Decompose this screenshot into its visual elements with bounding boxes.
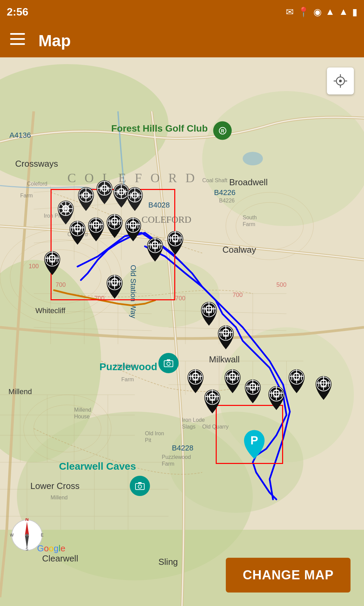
wifi-icon: ▲ — [326, 6, 335, 17]
mine-pin-11 — [163, 228, 187, 256]
svg-text:700: 700 — [233, 292, 243, 298]
svg-text:Slags: Slags — [182, 424, 195, 430]
svg-text:Farm: Farm — [162, 461, 174, 467]
svg-text:500: 500 — [276, 281, 286, 288]
golf-poi-icon: R — [213, 121, 232, 140]
status-time: 2:56 — [7, 6, 28, 18]
svg-rect-2 — [10, 43, 25, 45]
svg-point-91 — [167, 362, 170, 365]
svg-text:700: 700 — [175, 295, 185, 302]
mine-pin-21 — [285, 366, 308, 395]
mine-pin-13 — [103, 272, 126, 300]
svg-text:Farm: Farm — [20, 193, 33, 198]
mine-pin-12 — [40, 248, 64, 277]
svg-point-19 — [243, 152, 263, 165]
mine-pin-22 — [312, 373, 335, 402]
mine-pin-5 — [123, 184, 147, 213]
svg-rect-0 — [10, 33, 25, 35]
svg-text:Puzzlewood: Puzzlewood — [162, 454, 191, 460]
svg-text:House: House — [74, 414, 90, 419]
google-logo: Google — [37, 543, 65, 554]
svg-text:Coal Shaft: Coal Shaft — [202, 177, 228, 183]
svg-text:Coleford: Coleford — [27, 181, 47, 187]
svg-point-94 — [138, 485, 142, 488]
gps-locate-button[interactable] — [327, 67, 354, 94]
svg-text:P: P — [250, 434, 258, 447]
svg-text:E: E — [41, 533, 43, 538]
svg-text:Farm: Farm — [243, 221, 255, 227]
camera-poi-puzzlewood — [158, 353, 179, 373]
svg-text:Millend: Millend — [51, 495, 68, 500]
camera-poi-clearwell — [130, 476, 150, 496]
svg-text:B4226: B4226 — [219, 198, 235, 203]
svg-text:S: S — [26, 547, 28, 552]
svg-text:W: W — [10, 533, 14, 538]
svg-text:Millend: Millend — [74, 407, 91, 413]
signal-icon: ▲ — [339, 6, 348, 17]
svg-rect-90 — [164, 361, 173, 367]
svg-text:100: 100 — [29, 263, 39, 270]
mine-pin-19 — [241, 376, 265, 405]
svg-text:Highfield: Highfield — [115, 363, 135, 369]
mine-pin-15 — [214, 322, 238, 351]
status-bar: 2:56 ✉ 📍 ◉ ▲ ▲ ▮ — [0, 0, 364, 24]
svg-text:South: South — [243, 215, 257, 220]
page-title: Map — [38, 31, 71, 50]
change-map-button[interactable]: CHANGE MAP — [226, 558, 351, 593]
svg-text:Farm: Farm — [121, 377, 134, 382]
mail-icon: ✉ — [286, 6, 294, 18]
svg-text:Iron Lode: Iron Lode — [182, 417, 205, 423]
svg-text:Old Iron: Old Iron — [145, 431, 164, 436]
mine-pin-9 — [121, 214, 145, 243]
map-background: 100 700 700 700 700 500 Coleford Farm Ir… — [0, 57, 364, 606]
top-bar: Map — [0, 24, 364, 57]
svg-point-257 — [339, 80, 342, 82]
hamburger-menu-icon[interactable] — [10, 33, 25, 48]
gps-icon: ◉ — [313, 6, 322, 18]
battery-icon: ▮ — [352, 6, 357, 18]
location-icon: 📍 — [298, 6, 309, 18]
parking-pin: P — [240, 427, 269, 461]
svg-point-5 — [202, 91, 364, 226]
svg-rect-93 — [135, 484, 144, 490]
svg-text:R: R — [221, 128, 224, 133]
svg-rect-1 — [10, 38, 25, 40]
svg-rect-95 — [138, 482, 142, 484]
svg-point-261 — [26, 534, 28, 536]
svg-rect-92 — [167, 359, 170, 361]
status-icons: ✉ 📍 ◉ ▲ ▲ ▮ — [286, 6, 357, 18]
svg-text:Pit: Pit — [145, 437, 151, 443]
svg-text:N: N — [25, 518, 29, 522]
map-container[interactable]: 100 700 700 700 700 500 Coleford Farm Ir… — [0, 57, 364, 606]
